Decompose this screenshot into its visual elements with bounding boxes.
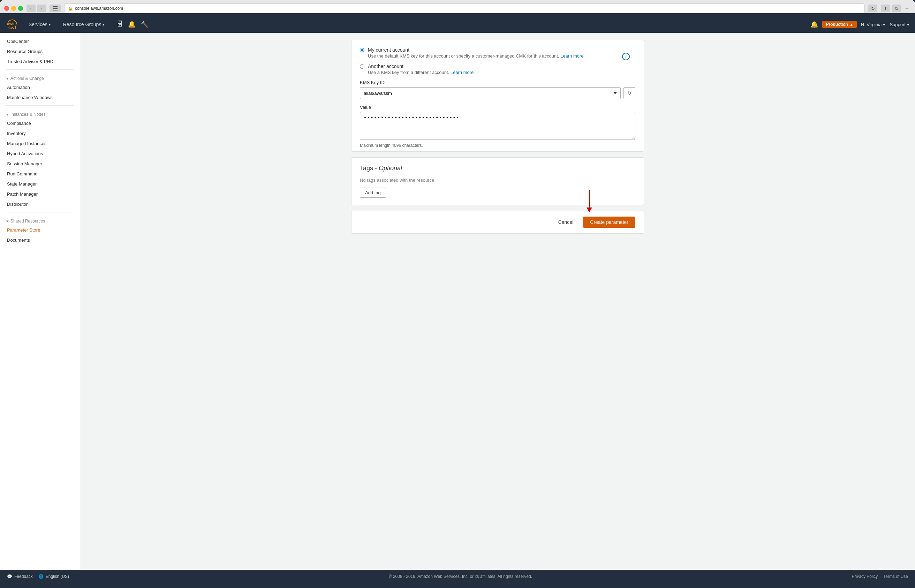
privacy-policy-link[interactable]: Privacy Policy — [852, 574, 878, 579]
url-text: console.aws.amazon.com — [75, 6, 123, 11]
my-account-radio[interactable] — [360, 48, 365, 52]
sidebar-section-instances[interactable]: ▼ Instances & Nodes — [0, 108, 80, 118]
svg-rect-2 — [53, 10, 58, 10]
sidebar-item-run-command[interactable]: Run Command — [0, 169, 80, 179]
info-icon[interactable]: i — [622, 53, 630, 60]
main-content: i My current account Use the default KMS… — [80, 33, 915, 570]
kms-refresh-button[interactable]: ↻ — [623, 87, 635, 99]
tags-section-title: Tags - Optional — [360, 165, 635, 172]
my-account-learn-more-link[interactable]: Learn more — [560, 53, 583, 58]
region-selector[interactable]: N. Virginia ▾ — [861, 22, 886, 27]
value-textarea[interactable]: •••••••••••••••••••••••••••• — [360, 112, 635, 140]
sidebar-item-state-manager[interactable]: State Manager — [0, 179, 80, 189]
arrow-shaft — [589, 190, 590, 207]
new-tab-button[interactable]: ⧉ — [892, 5, 901, 12]
forward-button[interactable]: › — [37, 5, 46, 12]
kms-key-row: alias/aws/ssm ↻ — [360, 87, 635, 99]
sidebar-item-documents[interactable]: Documents — [0, 235, 80, 245]
footer-links: Privacy Policy Terms of Use — [852, 574, 908, 579]
instances-section-arrow: ▼ — [6, 113, 9, 116]
resource-groups-chevron-icon: ▾ — [103, 23, 104, 26]
sidebar-divider-3 — [6, 212, 74, 212]
language-selector[interactable]: 🌐 English (US) — [38, 574, 69, 579]
sidebar-item-inventory[interactable]: Inventory — [0, 128, 80, 139]
alarm-icon[interactable]: 🔔 — [810, 21, 818, 28]
another-account-option: Another account Use a KMS key from a dif… — [360, 63, 635, 75]
footer-left: 💬 Feedback 🌐 English (US) — [7, 574, 69, 579]
lock-icon: 🔒 — [68, 6, 73, 11]
top-navigation: aws Services ▾ Resource Groups ▾ 🗄 🔔 🔨 🔔… — [0, 16, 915, 33]
value-field-label: Value — [360, 105, 635, 110]
support-menu[interactable]: Support ▾ — [889, 22, 909, 27]
sidebar-item-session-manager[interactable]: Session Manager — [0, 159, 80, 169]
kms-form-section: i My current account Use the default KMS… — [351, 40, 644, 152]
create-parameter-button[interactable]: Create parameter — [583, 216, 635, 228]
feedback-icon: 💬 — [7, 574, 12, 579]
svg-rect-0 — [53, 6, 58, 7]
support-chevron-icon: ▾ — [907, 22, 909, 27]
region-chevron-icon: ▾ — [883, 22, 885, 27]
arrow-head — [586, 207, 592, 212]
sidebar-item-managed-instances[interactable]: Managed Instances — [0, 139, 80, 149]
sidebar-divider-2 — [6, 105, 74, 106]
env-chevron-icon: ▲ — [850, 23, 853, 26]
another-account-description: Use a KMS key from a different account. … — [368, 70, 474, 75]
sidebar-item-opscenter[interactable]: OpsCenter — [0, 36, 80, 46]
kms-key-select[interactable]: alias/aws/ssm — [360, 87, 621, 99]
terms-of-use-link[interactable]: Terms of Use — [883, 574, 908, 579]
actions-section-arrow: ▼ — [6, 77, 9, 81]
footer-copyright: © 2008 - 2019, Amazon Web Services, Inc.… — [389, 574, 532, 579]
kms-key-label: KMS Key ID — [360, 80, 635, 85]
another-account-label[interactable]: Another account — [368, 63, 403, 69]
my-account-option: My current account Use the default KMS k… — [360, 47, 635, 58]
environment-badge[interactable]: Production ▲ — [822, 21, 857, 28]
sidebar-item-maintenance-windows[interactable]: Maintenance Windows — [0, 92, 80, 103]
aws-logo: aws — [6, 18, 19, 31]
share-button[interactable]: ⬆ — [881, 5, 890, 12]
resource-groups-nav-item[interactable]: Resource Groups ▾ — [60, 20, 107, 29]
no-tags-text: No tags associated with the resource — [360, 178, 635, 183]
my-account-description: Use the default KMS key for this account… — [368, 53, 584, 58]
info-icon-container: i — [622, 53, 630, 60]
tools-icon[interactable]: 🔨 — [140, 21, 148, 28]
traffic-lights — [4, 6, 23, 11]
services-nav-item[interactable]: Services ▾ — [26, 20, 53, 29]
footer: 💬 Feedback 🌐 English (US) © 2008 - 2019,… — [0, 570, 915, 583]
sidebar-item-patch-manager[interactable]: Patch Manager — [0, 189, 80, 199]
sidebar-section-shared[interactable]: ▼ Shared Resources — [0, 215, 80, 225]
sidebar-item-compliance[interactable]: Compliance — [0, 118, 80, 128]
value-hint: Maximum length 4096 characters. — [360, 143, 635, 148]
tags-form-section: Tags - Optional No tags associated with … — [351, 157, 644, 205]
shared-section-arrow: ▼ — [6, 220, 9, 223]
svg-rect-1 — [53, 8, 58, 9]
sidebar-item-trusted-advisor[interactable]: Trusted Advisor & PHD — [0, 57, 80, 66]
feedback-button[interactable]: 💬 Feedback — [7, 574, 33, 579]
maximize-button[interactable] — [18, 6, 23, 11]
sidebar-divider-1 — [6, 69, 74, 70]
arrow-indicator — [586, 190, 592, 212]
sidebar-item-hybrid-activations[interactable]: Hybrid Activations — [0, 149, 80, 159]
cancel-button[interactable]: Cancel — [554, 217, 578, 227]
sidebar-item-automation[interactable]: Automation — [0, 82, 80, 92]
stack-icon[interactable]: 🗄 — [117, 21, 123, 28]
sidebar-item-resource-groups[interactable]: Resource Groups — [0, 46, 80, 57]
sidebar-toggle-button[interactable] — [50, 5, 61, 12]
notification-bell-icon[interactable]: 🔔 — [128, 21, 136, 28]
sidebar-item-distributor[interactable]: Distributor — [0, 199, 80, 209]
close-button[interactable] — [4, 6, 9, 11]
another-account-radio[interactable] — [360, 64, 365, 69]
sidebar: OpsCenter Resource Groups Trusted Adviso… — [0, 33, 80, 570]
minimize-button[interactable] — [11, 6, 16, 11]
sidebar-item-parameter-store[interactable]: Parameter Store — [0, 225, 80, 235]
back-button[interactable]: ‹ — [26, 5, 36, 12]
globe-icon: 🌐 — [38, 574, 44, 579]
sidebar-section-actions[interactable]: ▼ Actions & Change — [0, 73, 80, 82]
svg-text:aws: aws — [7, 22, 14, 26]
address-bar[interactable]: 🔒 console.aws.amazon.com — [64, 3, 865, 13]
add-tag-button[interactable]: Add tag — [360, 187, 386, 198]
action-bar: Cancel Create parameter — [351, 211, 644, 234]
my-account-label[interactable]: My current account — [368, 47, 409, 53]
add-tab-button[interactable]: + — [903, 5, 911, 12]
another-account-learn-more-link[interactable]: Learn more — [450, 70, 474, 75]
refresh-button[interactable]: ↻ — [868, 5, 877, 12]
